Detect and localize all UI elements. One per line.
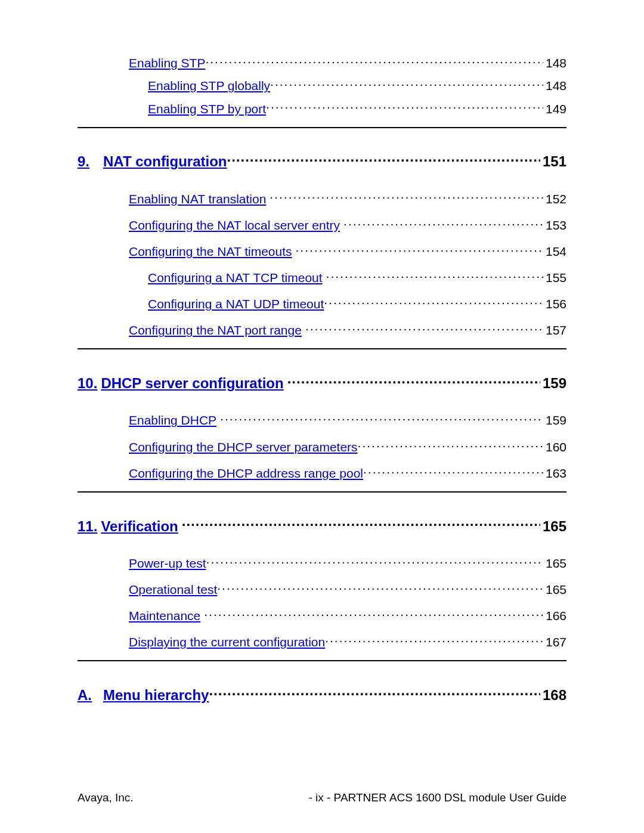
section-divider	[78, 660, 566, 661]
toc-entry: Enabling STP by port 149	[148, 98, 566, 116]
toc-chapter-link[interactable]: DHCP server configuration	[101, 375, 283, 392]
toc-link[interactable]: Enabling STP by port	[148, 102, 266, 116]
toc-leader	[227, 150, 540, 167]
toc-entry: Enabling NAT translation 152	[129, 188, 566, 206]
toc-leader	[325, 631, 543, 646]
section-divider	[78, 491, 566, 493]
toc-page-number: 155	[543, 271, 566, 285]
toc-chapter: A. Menu hierarchy 168	[78, 683, 566, 704]
page: Enabling STP 148 Enabling STP globally 1…	[0, 0, 644, 833]
toc-chapter-number: 10.	[78, 375, 97, 392]
toc-chapter-entries: Enabling NAT translation 152 Configuring…	[78, 188, 566, 337]
toc-chapter-number: 9.	[78, 153, 97, 170]
toc-page-number: 151	[540, 153, 566, 170]
initial-entries: Enabling STP 148 Enabling STP globally 1…	[78, 52, 566, 116]
toc-entry: Configuring the NAT local server entry 1…	[129, 215, 566, 233]
toc-page-number: 154	[543, 244, 566, 259]
toc-link[interactable]: Maintenance	[129, 609, 200, 623]
toc-chapter-entries: Power-up test 165 Operational test 165 M…	[78, 553, 566, 650]
toc-page-number: 148	[543, 56, 566, 70]
toc-link[interactable]: Configuring the DHCP address range pool	[129, 466, 363, 481]
toc-page-number: 165	[543, 556, 566, 571]
section-divider	[78, 127, 566, 128]
toc-page-number: 159	[543, 413, 566, 428]
toc-link[interactable]: Enabling STP	[129, 56, 205, 70]
toc-chapter-link[interactable]: NAT configuration	[103, 153, 227, 170]
section-divider	[78, 348, 566, 349]
toc-leader	[266, 98, 543, 113]
toc-link[interactable]: Configuring a NAT UDP timeout	[148, 297, 324, 311]
toc-chapter-heading: A. Menu hierarchy 168	[78, 683, 566, 704]
toc-entry: Enabling STP 148	[129, 52, 566, 70]
toc-page-number: 153	[543, 218, 566, 233]
toc-entry: Configuring the DHCP server parameters 1…	[129, 436, 566, 454]
toc-chapter-number: A.	[78, 687, 97, 704]
toc-chapter-link[interactable]: Verification	[101, 518, 178, 535]
toc-page-number: 160	[543, 440, 566, 454]
toc-chapter: 10. DHCP server configuration 159 Enabli…	[78, 371, 566, 480]
toc-page-number: 156	[543, 297, 566, 311]
toc-leader	[204, 605, 543, 620]
toc-link[interactable]: Enabling NAT translation	[129, 192, 266, 206]
toc-leader	[326, 267, 543, 282]
toc-content: Enabling STP 148 Enabling STP globally 1…	[78, 52, 566, 704]
toc-link[interactable]: Operational test	[129, 583, 217, 597]
toc-leader	[206, 553, 543, 568]
toc-chapter-number: 11.	[78, 518, 97, 535]
toc-chapter-heading: 10. DHCP server configuration 159	[78, 371, 566, 392]
toc-link[interactable]: Displaying the current configuration	[129, 635, 325, 649]
toc-page-number: 167	[543, 635, 566, 649]
toc-page-number: 148	[543, 79, 566, 93]
toc-entry: Configuring a NAT UDP timeout 156	[148, 293, 566, 311]
toc-leader	[343, 215, 543, 230]
toc-leader	[296, 241, 543, 256]
toc-leader	[324, 293, 543, 308]
toc-entry: Configuring the DHCP address range pool …	[129, 463, 566, 481]
toc-page-number: 165	[543, 583, 566, 597]
toc-entry: Enabling DHCP 159	[129, 410, 566, 428]
toc-page-number: 166	[543, 609, 566, 623]
toc-page-number: 152	[543, 192, 566, 206]
footer-right: - ix - PARTNER ACS 1600 DSL module User …	[308, 791, 566, 804]
toc-page-number: 149	[543, 102, 566, 116]
toc-leader	[305, 320, 543, 335]
toc-link[interactable]: Configuring the NAT local server entry	[129, 218, 340, 233]
toc-leader	[287, 371, 540, 388]
toc-entry: Operational test 165	[129, 579, 566, 597]
toc-entry: Configuring the NAT port range 157	[129, 320, 566, 337]
toc-leader	[363, 463, 543, 478]
toc-link[interactable]: Configuring the NAT timeouts	[129, 244, 292, 259]
toc-leader	[220, 410, 543, 425]
footer-left: Avaya, Inc.	[78, 791, 134, 804]
toc-link[interactable]: Configuring the NAT port range	[129, 323, 302, 337]
toc-chapter: 9. NAT configuration 151 Enabling NAT tr…	[78, 150, 566, 338]
toc-leader	[182, 514, 540, 531]
toc-entry: Configuring the NAT timeouts 154	[129, 241, 566, 259]
toc-page-number: 159	[540, 375, 566, 392]
toc-entry: Enabling STP globally 148	[148, 75, 566, 93]
toc-link[interactable]: Configuring the DHCP server parameters	[129, 440, 358, 454]
toc-entry: Maintenance 166	[129, 605, 566, 623]
toc-leader	[270, 188, 543, 203]
toc-page-number: 157	[543, 323, 566, 337]
toc-link[interactable]: Power-up test	[129, 556, 206, 571]
page-footer: Avaya, Inc. - ix - PARTNER ACS 1600 DSL …	[78, 791, 566, 804]
toc-leader	[358, 436, 543, 451]
toc-leader	[205, 52, 543, 67]
toc-leader	[217, 579, 543, 594]
toc-leader	[270, 75, 543, 90]
toc-chapter-entries: Enabling DHCP 159 Configuring the DHCP s…	[78, 410, 566, 481]
toc-page-number: 165	[540, 518, 566, 535]
toc-page-number: 163	[543, 466, 566, 481]
toc-page-number: 168	[540, 687, 566, 704]
toc-chapter-heading: 9. NAT configuration 151	[78, 150, 566, 171]
toc-link[interactable]: Enabling DHCP	[129, 413, 216, 428]
toc-link[interactable]: Enabling STP globally	[148, 79, 270, 93]
toc-leader	[209, 683, 540, 700]
toc-link[interactable]: Configuring a NAT TCP timeout	[148, 271, 323, 285]
toc-chapter-heading: 11. Verification 165	[78, 514, 566, 535]
toc-entry: Power-up test 165	[129, 553, 566, 571]
toc-chapter-link[interactable]: Menu hierarchy	[103, 687, 209, 704]
toc-chapter: 11. Verification 165 Power-up test 165 O…	[78, 514, 566, 650]
toc-entry: Displaying the current configuration 167	[129, 631, 566, 649]
